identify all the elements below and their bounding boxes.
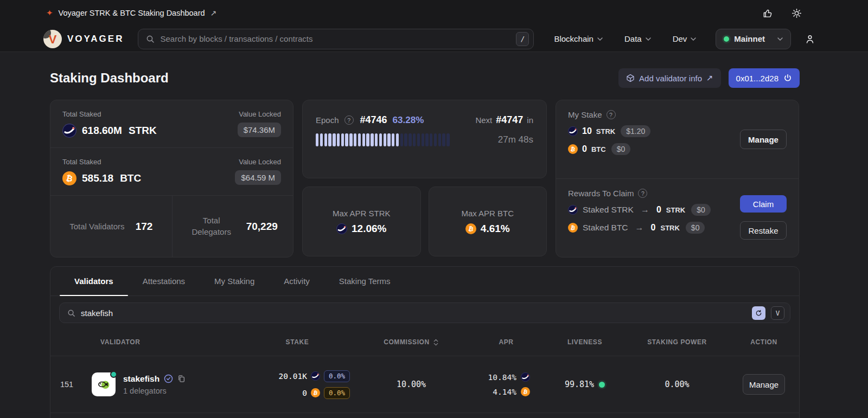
restake-button[interactable]: Restake: [740, 221, 787, 240]
row-manage-button[interactable]: Manage: [743, 374, 785, 395]
validator-name[interactable]: stakefish: [123, 374, 159, 384]
search-icon: [67, 309, 75, 317]
epoch-number: #4746: [360, 114, 387, 126]
epoch-progress-bar: [316, 133, 451, 146]
validator-search-input[interactable]: [81, 308, 746, 318]
staking-power-value: 0.00%: [626, 380, 729, 389]
btc-icon: ₿: [465, 223, 476, 234]
tab-validators[interactable]: Validators: [60, 267, 128, 295]
total-staked-strk-unit: STRK: [129, 125, 157, 137]
rewards-strk-row: Staked STRK → 0 STRK $0: [568, 204, 740, 216]
strk-icon: [311, 371, 320, 381]
verified-icon: [164, 374, 173, 383]
value-locked-btc: $64.59 M: [235, 170, 281, 185]
add-validator-button[interactable]: Add validator info ↗: [618, 68, 720, 88]
arrow-right-icon: →: [641, 205, 649, 215]
col-commission-label: COMMISSION: [384, 338, 430, 346]
value-locked-strk: $74.36M: [238, 123, 281, 137]
search-shortcut-key: V: [771, 306, 784, 320]
brand-name: VOYAGER: [67, 34, 124, 44]
tab-staking-terms[interactable]: Staking Terms: [324, 267, 405, 295]
rewards-label: Rewards To Claim: [568, 189, 634, 198]
rewards-strk-usd: $0: [691, 204, 711, 216]
theme-toggle-icon[interactable]: [792, 8, 802, 18]
btc-icon: ₿: [568, 223, 578, 233]
stakefish-logo: [92, 372, 116, 396]
sort-icon: [433, 339, 439, 346]
strk-icon: [336, 223, 347, 234]
total-staked-btc-label: Total Staked: [62, 158, 141, 166]
col-commission[interactable]: COMMISSION: [354, 338, 468, 346]
menu-data-label: Data: [624, 34, 642, 43]
rewards-btc-usd: $0: [686, 222, 705, 234]
help-icon[interactable]: ?: [638, 189, 647, 198]
copy-icon[interactable]: [177, 375, 186, 383]
total-delegators: Total Delegators 70,229: [172, 196, 293, 257]
max-apr-strk-label: Max APR STRK: [333, 209, 391, 218]
total-staked-strk: Total Staked 618.60M STRK Value Locked $…: [50, 100, 293, 147]
total-staked-strk-amount: 618.60M: [82, 125, 122, 137]
help-icon[interactable]: ?: [344, 115, 354, 125]
liveness-value: 99.81%: [565, 380, 594, 389]
dashboard-link-title[interactable]: Voyager STRK & BTC Staking Dashboard: [59, 9, 205, 17]
network-selector[interactable]: Mainnet: [716, 29, 791, 49]
liveness-dot: [599, 382, 605, 388]
network-status-dot: [724, 36, 729, 42]
menu-data[interactable]: Data: [624, 34, 651, 43]
chevron-down-icon: [691, 37, 696, 41]
total-staked-btc: Total Staked ₿ 585.18 BTC Value Locked $…: [50, 147, 293, 195]
col-stake: STAKE: [240, 338, 354, 346]
stake-btc-amount: 0: [273, 389, 307, 397]
validator-delegators: 1 delegators: [123, 387, 186, 395]
table-header: VALIDATOR STAKE COMMISSION APR LIVENESS …: [50, 329, 799, 356]
main-content: Staking Dashboard Add validator info ↗ 0…: [0, 52, 868, 418]
menu-blockchain[interactable]: Blockchain: [554, 34, 603, 43]
page-title: Staking Dashboard: [50, 70, 169, 86]
tab-my-staking[interactable]: My Staking: [200, 267, 269, 295]
my-stake-strk-row: 10 STRK $1.20: [568, 125, 740, 137]
wallet-address: 0x01...2d28: [736, 74, 778, 83]
col-action: ACTION: [729, 338, 799, 346]
apr-strk-value: 10.84%: [488, 373, 516, 382]
validator-search[interactable]: V: [59, 303, 790, 323]
rewards-section: Rewards To Claim ? Staked STRK → 0 STRK …: [556, 178, 799, 256]
menu-blockchain-label: Blockchain: [554, 34, 593, 43]
topbar: ✦ Voyager STRK & BTC Staking Dashboard ↗: [0, 0, 868, 26]
commission-value: 10.00%: [354, 380, 468, 389]
wallet-button[interactable]: 0x01...2d28: [729, 68, 800, 88]
table-row[interactable]: 151 stakefish: [50, 356, 799, 413]
menu-dev[interactable]: Dev: [673, 34, 697, 43]
chevron-down-icon: [777, 37, 783, 41]
validator-status-dot: [110, 371, 117, 378]
external-link-icon: ↗: [210, 9, 217, 17]
total-staked-btc-amount: 585.18: [82, 172, 113, 184]
rewards-btc-source: Staked BTC: [583, 223, 628, 233]
tab-bar: Validators Attestations My Staking Activ…: [50, 267, 799, 296]
arrow-right-icon: →: [635, 223, 644, 233]
claim-button[interactable]: Claim: [740, 195, 787, 213]
col-apr: APR: [468, 338, 544, 346]
next-epoch-label: Next: [475, 115, 492, 125]
help-icon[interactable]: ?: [607, 110, 616, 119]
strk-icon: [568, 205, 578, 215]
tab-activity[interactable]: Activity: [269, 267, 324, 295]
global-search[interactable]: /: [138, 29, 534, 49]
total-validators: Total Validators 172: [50, 196, 172, 257]
user-account-icon[interactable]: [805, 34, 815, 44]
global-search-input[interactable]: [160, 34, 510, 43]
my-stake-btc-usd: $0: [611, 143, 631, 155]
next-epoch-in-label: in: [527, 115, 533, 125]
rewards-btc-amount: 0: [651, 223, 656, 233]
tab-attestations[interactable]: Attestations: [128, 267, 200, 295]
btc-icon: ₿: [521, 387, 530, 396]
manage-stake-button[interactable]: Manage: [740, 130, 787, 149]
value-locked-label: Value Locked: [239, 110, 281, 118]
voyager-logo[interactable]: V VOYAGER: [43, 30, 124, 48]
max-apr-btc-value: 4.61%: [481, 223, 510, 235]
stake-strk-share-badge: 0.0%: [324, 370, 350, 382]
like-icon[interactable]: [763, 8, 773, 18]
my-stake-btc-amount: 0: [582, 144, 587, 154]
rewards-strk-unit: STRK: [666, 206, 685, 214]
refresh-button[interactable]: [752, 306, 765, 320]
next-epoch-number: #4747: [496, 114, 523, 126]
